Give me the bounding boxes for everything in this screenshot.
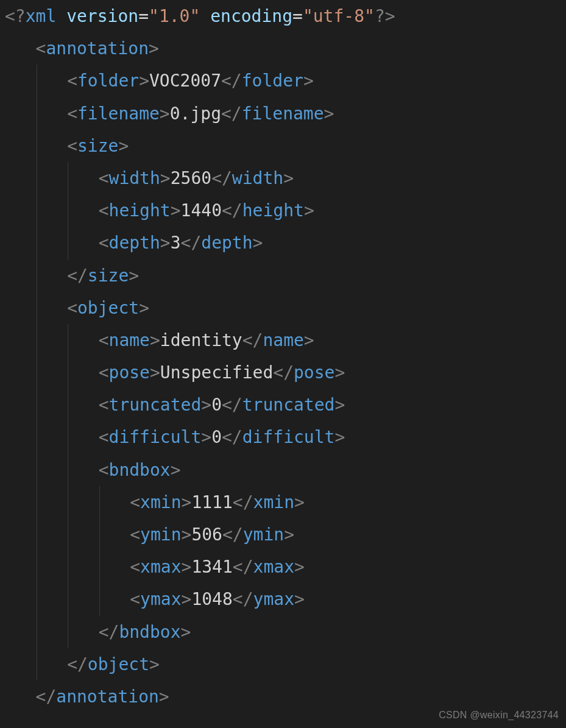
bndbox-close: </bndbox>	[5, 616, 561, 648]
filename-element: <filename>0.jpg</filename>	[5, 97, 561, 130]
name-value: identity	[160, 330, 242, 350]
height-element: <height>1440</height>	[5, 194, 561, 227]
ymax-value: 1048	[191, 589, 232, 609]
bndbox-open: <bndbox>	[5, 454, 561, 486]
filename-value: 0.jpg	[170, 104, 221, 124]
xmin-element: <xmin>1111</xmin>	[5, 486, 561, 518]
width-value: 2560	[171, 168, 211, 188]
difficult-element: <difficult>0</difficult>	[5, 421, 561, 453]
annotation-open: <annotation>	[5, 32, 561, 65]
depth-value: 3	[171, 233, 181, 253]
name-element: <name>identity</name>	[5, 324, 561, 356]
height-value: 1440	[181, 200, 222, 221]
object-close: </object>	[5, 648, 561, 680]
xmin-value: 1111	[191, 492, 232, 512]
watermark: CSDN @weixin_44323744	[439, 706, 559, 724]
width-element: <width>2560</width>	[5, 162, 561, 194]
folder-value: VOC2007	[149, 71, 221, 91]
size-close: </size>	[5, 260, 561, 292]
depth-element: <depth>3</depth>	[5, 227, 561, 259]
truncated-element: <truncated>0</truncated>	[5, 389, 561, 421]
xmax-element: <xmax>1341</xmax>	[5, 551, 561, 583]
folder-element: <folder>VOC2007</folder>	[5, 65, 561, 97]
ymin-value: 506	[191, 525, 222, 545]
truncated-value: 0	[211, 395, 222, 415]
size-open: <size>	[5, 130, 561, 162]
code-editor: <?xml version="1.0" encoding="utf-8"?> <…	[0, 0, 566, 728]
pose-value: Unspecified	[160, 362, 273, 383]
xmax-value: 1341	[191, 557, 232, 577]
ymax-element: <ymax>1048</ymax>	[5, 583, 561, 615]
object-open: <object>	[5, 292, 561, 324]
ymin-element: <ymin>506</ymin>	[5, 518, 561, 551]
xml-declaration: <?xml version="1.0" encoding="utf-8"?>	[5, 0, 561, 32]
pose-element: <pose>Unspecified</pose>	[5, 356, 561, 389]
difficult-value: 0	[211, 427, 222, 447]
